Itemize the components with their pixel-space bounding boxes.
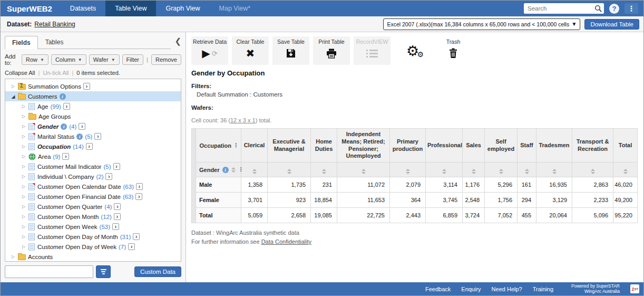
tree-expand-caret-icon[interactable]: ▷ (21, 144, 26, 149)
sort-control[interactable] (591, 169, 595, 174)
tree-expand-caret-icon[interactable]: ▷ (21, 154, 26, 159)
sort-control[interactable] (322, 169, 326, 174)
tree-expand-caret-icon[interactable]: ▷ (11, 84, 16, 89)
data-confidentiality-link[interactable]: Data Confidentiality (261, 238, 311, 245)
sidebar-tab-tables[interactable]: Tables (38, 35, 71, 49)
table-options-button[interactable]: ⚙⚙ (394, 36, 431, 65)
column-header[interactable]: Professional (426, 129, 463, 163)
print-table-button[interactable]: Print Table (313, 36, 350, 65)
sort-control[interactable] (442, 169, 446, 174)
column-header[interactable]: Independent Means; Retired; Pensioner; U… (337, 129, 390, 163)
column-header[interactable]: Tradesmen (536, 129, 572, 163)
dataset-link[interactable]: Retail Banking (34, 21, 75, 28)
tree-expand-caret-icon[interactable]: ▷ (11, 254, 16, 259)
column-header[interactable]: Self employed (485, 129, 518, 163)
footer-link-training[interactable]: Training (533, 286, 553, 292)
column-header[interactable]: Transport & Recreation (572, 129, 613, 163)
footer-link-feedback[interactable]: Feedback (425, 286, 451, 292)
save-table-button[interactable]: Save Table (272, 36, 309, 65)
sort-control[interactable] (525, 169, 529, 174)
info-icon[interactable]: i (61, 123, 67, 130)
sort-control[interactable] (552, 169, 557, 174)
field-quick-view-icon[interactable]: › (135, 193, 142, 200)
field-quick-view-icon[interactable]: › (128, 243, 135, 250)
tree-expand-caret-icon[interactable]: ▷ (21, 214, 26, 219)
sort-control[interactable] (472, 169, 476, 174)
search-icon[interactable] (594, 5, 602, 12)
sort-control[interactable] (406, 169, 410, 174)
tree-item[interactable]: ▷Age Groups (5, 111, 181, 121)
footer-link-enquiry[interactable]: Enquiry (461, 286, 481, 292)
footer-link-need-help-[interactable]: Need Help? (492, 286, 522, 292)
tree-item[interactable]: ▷ΣSummation Options› (5, 81, 181, 91)
field-quick-view-icon[interactable]: › (94, 133, 101, 140)
column-header[interactable]: Total (613, 129, 638, 163)
custom-data-button[interactable]: Custom Data (134, 266, 181, 277)
field-quick-view-icon[interactable]: › (136, 183, 143, 190)
cell-count-link[interactable]: 12 x 3 x 1 (230, 117, 256, 123)
clear-table-button[interactable]: Clear Table✖ (232, 36, 269, 65)
tree-item[interactable]: ▷Occupation(14)› (5, 141, 181, 151)
tree-item[interactable]: ▷Customer Open Quarter(4)› (5, 202, 181, 212)
tree-item[interactable]: ▷Customer Mail Indicator(5)› (5, 161, 181, 171)
column-header[interactable]: Executive & Managerial (268, 129, 311, 163)
info-icon[interactable]: i (60, 93, 66, 100)
field-quick-view-icon[interactable]: › (79, 123, 85, 130)
sort-control[interactable] (287, 169, 291, 174)
nav-tab-table-view[interactable]: Table View (105, 1, 156, 16)
sort-control[interactable] (231, 167, 236, 173)
add-to-row-button[interactable]: Row▼ (22, 54, 48, 65)
sidebar-tab-fields[interactable]: Fields (5, 36, 38, 49)
row-header[interactable]: Female (196, 193, 241, 208)
tree-item[interactable]: ▷Age(99)› (5, 101, 181, 111)
tree-expand-caret-icon[interactable]: ▷ (21, 174, 26, 179)
field-quick-view-icon[interactable]: › (63, 103, 70, 110)
tree-item[interactable]: ▷Customer Open Calendar Date(63)› (5, 182, 181, 192)
tree-item[interactable]: ▷Accounts (5, 252, 181, 262)
tree-expand-caret-icon[interactable]: ▷ (21, 244, 26, 249)
untick-all-link[interactable]: Un-tick All (43, 70, 69, 76)
field-filter-input[interactable] (5, 265, 93, 278)
tree-expand-caret-icon[interactable]: ▷ (21, 104, 26, 109)
field-quick-view-icon[interactable]: › (86, 143, 93, 150)
tree-expand-caret-icon[interactable]: ▷ (21, 114, 26, 119)
tree-item[interactable]: ▷Customer Open Day of Month(31)› (5, 232, 181, 242)
sort-control[interactable] (362, 169, 366, 174)
field-quick-view-icon[interactable]: › (114, 213, 121, 220)
tree-item[interactable]: ▷Customer Open Month(12)› (5, 212, 181, 222)
tree-item[interactable]: ▷Customer Open Financial Date(63)› (5, 192, 181, 202)
field-quick-view-icon[interactable]: › (62, 153, 69, 160)
tree-expand-caret-icon[interactable]: ▷ (21, 194, 26, 199)
tree-item[interactable]: ▷Individual \ Company(2)› (5, 171, 181, 182)
column-menu-icon[interactable]: ⋮ (233, 142, 239, 149)
tree-item[interactable]: ▷Marital Statusi(5)› (5, 131, 181, 141)
add-to-filter-button[interactable]: Filter (122, 54, 143, 65)
tree-expand-caret-icon[interactable]: ▷ (21, 234, 26, 239)
tree-expand-caret-icon[interactable]: ▷ (21, 164, 26, 169)
row-header[interactable]: Male (196, 177, 241, 193)
remove-button[interactable]: Remove (151, 54, 181, 65)
collapse-all-link[interactable]: Collapse All (5, 70, 35, 76)
tree-expand-caret-icon[interactable]: ▷ (21, 204, 26, 209)
tree-item[interactable]: ▷Area(9)› (5, 151, 181, 161)
column-header[interactable]: Staff (518, 129, 536, 163)
overflow-menu-icon[interactable]: ⋮ (625, 3, 638, 14)
download-table-button[interactable]: Download Table (584, 19, 639, 30)
field-quick-view-icon[interactable]: › (133, 233, 140, 240)
retrieve-data-button[interactable]: Retrieve Data▶⟳ (191, 36, 228, 65)
add-to-wafer-button[interactable]: Wafer▼ (89, 54, 120, 65)
info-icon[interactable]: i (76, 133, 83, 140)
tree-expand-caret-icon[interactable]: ▷ (21, 184, 26, 189)
sort-control[interactable] (252, 169, 257, 174)
tree-expand-caret-icon[interactable]: ▷ (21, 124, 26, 129)
nav-tab-datasets[interactable]: Datasets (61, 1, 105, 16)
field-quick-view-icon[interactable]: › (113, 163, 120, 170)
export-format-select[interactable]: Excel 2007 (.xlsx)(max 16,384 columns x … (383, 18, 580, 30)
sidebar-collapse-icon[interactable]: ❮ (174, 36, 181, 46)
tree-item[interactable]: ▷Genderi(4)› (5, 121, 181, 131)
column-header[interactable]: Primary production (390, 129, 426, 163)
field-quick-view-icon[interactable]: › (83, 83, 90, 90)
tree-expand-caret-icon[interactable]: ▷ (21, 134, 26, 139)
tree-collapse-caret-icon[interactable]: ◢ (11, 94, 16, 99)
field-quick-view-icon[interactable]: › (105, 173, 112, 180)
